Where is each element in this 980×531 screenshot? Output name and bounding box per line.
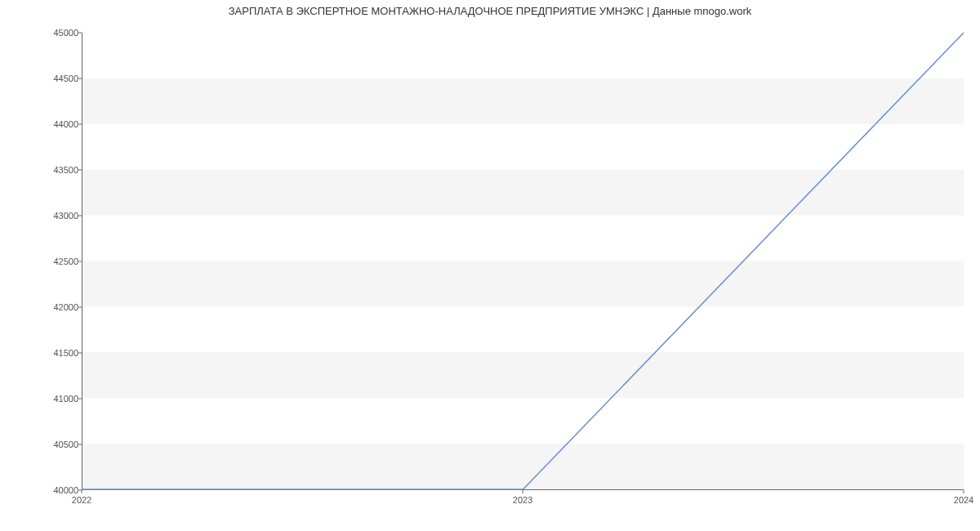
x-tick-label: 2023	[513, 495, 532, 505]
x-tick-mark	[523, 490, 523, 493]
y-tick-mark	[78, 33, 82, 33]
y-tick-mark	[78, 444, 82, 445]
salary-chart: ЗАРПЛАТА В ЭКСПЕРТНОЕ МОНТАЖНО-НАЛАДОЧНО…	[0, 0, 980, 531]
x-tick-mark	[964, 490, 964, 493]
svg-rect-0	[82, 444, 964, 489]
y-tick-mark	[78, 353, 82, 354]
y-tick-mark	[78, 216, 82, 216]
y-tick-label: 45000	[5, 28, 78, 38]
y-tick-mark	[78, 399, 82, 399]
plot-area	[82, 33, 964, 490]
x-tick-mark	[82, 490, 82, 493]
y-tick-mark	[78, 307, 82, 308]
y-tick-mark	[78, 170, 82, 171]
y-tick-label: 40000	[5, 485, 78, 495]
y-tick-label: 43500	[5, 165, 78, 175]
y-tick-label: 44500	[5, 74, 78, 83]
chart-title: ЗАРПЛАТА В ЭКСПЕРТНОЕ МОНТАЖНО-НАЛАДОЧНО…	[0, 5, 980, 17]
y-tick-label: 43000	[5, 211, 78, 221]
y-tick-mark	[78, 124, 82, 125]
svg-rect-1	[82, 352, 964, 398]
y-tick-mark	[78, 78, 82, 79]
x-tick-label: 2024	[954, 495, 973, 505]
svg-rect-3	[82, 170, 964, 216]
y-tick-label: 41000	[5, 394, 78, 404]
svg-rect-4	[82, 78, 964, 124]
y-tick-label: 42500	[5, 257, 78, 266]
y-tick-label: 40500	[5, 440, 78, 449]
y-tick-label: 42000	[5, 302, 78, 312]
y-tick-label: 41500	[5, 348, 78, 358]
x-tick-label: 2022	[72, 495, 91, 505]
y-tick-label: 44000	[5, 119, 78, 129]
line-layer	[82, 33, 964, 489]
y-tick-mark	[78, 261, 82, 262]
svg-rect-2	[82, 261, 964, 307]
